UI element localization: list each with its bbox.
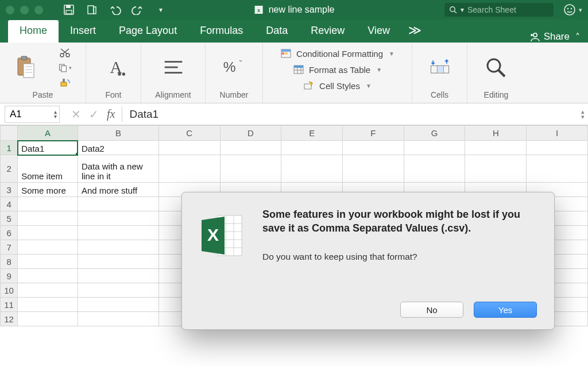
col-header-h[interactable]: H — [465, 126, 527, 141]
copy-icon[interactable]: ▾ — [58, 62, 72, 74]
row-header[interactable]: 11 — [1, 298, 18, 312]
dialog-yes-button[interactable]: Yes — [474, 302, 537, 318]
cell[interactable] — [220, 141, 281, 155]
cell[interactable] — [18, 255, 78, 269]
font-button[interactable]: A — [102, 56, 126, 80]
cell[interactable] — [18, 269, 78, 283]
cell[interactable] — [18, 240, 78, 255]
cell[interactable] — [281, 155, 343, 183]
cell[interactable] — [18, 298, 78, 312]
alignment-button[interactable] — [161, 56, 185, 80]
cut-icon[interactable] — [58, 47, 72, 59]
cell[interactable]: Data2 — [78, 141, 158, 155]
cell[interactable] — [18, 226, 78, 240]
col-header-g[interactable]: G — [404, 126, 465, 141]
row-header[interactable]: 10 — [1, 283, 18, 298]
row-header[interactable]: 9 — [1, 269, 18, 283]
tab-data[interactable]: Data — [254, 20, 299, 43]
cell[interactable] — [18, 312, 78, 326]
cell[interactable] — [78, 240, 158, 255]
format-as-table-button[interactable]: Format as Table▼ — [293, 64, 382, 75]
number-button[interactable]: %ˇ — [222, 56, 246, 80]
row-header[interactable]: 8 — [1, 255, 18, 269]
tab-insert[interactable]: Insert — [59, 20, 107, 43]
row-header[interactable]: 1 — [1, 141, 18, 155]
cell[interactable] — [281, 141, 343, 155]
editing-button[interactable] — [484, 56, 508, 80]
cell-styles-button[interactable]: Cell Styles▼ — [303, 80, 372, 91]
col-header-c[interactable]: C — [158, 126, 220, 141]
cell[interactable] — [343, 141, 404, 155]
cell[interactable]: Some more — [18, 183, 78, 197]
cell[interactable] — [78, 283, 158, 298]
row-header[interactable]: 12 — [1, 312, 18, 326]
row-header[interactable]: 3 — [1, 183, 18, 197]
row-header[interactable]: 5 — [1, 211, 18, 226]
undo-icon[interactable] — [107, 3, 122, 17]
col-header-a[interactable]: A — [18, 126, 78, 141]
col-header-d[interactable]: D — [220, 126, 281, 141]
cell[interactable] — [404, 141, 465, 155]
cell[interactable] — [343, 155, 404, 183]
cell[interactable]: And more stuff — [78, 183, 158, 197]
cell[interactable] — [18, 197, 78, 211]
tab-overflow-icon[interactable]: ≫ — [401, 18, 428, 43]
col-header-b[interactable]: B — [78, 126, 158, 141]
cell[interactable]: Data1 — [18, 141, 78, 155]
cell[interactable] — [78, 211, 158, 226]
name-box[interactable]: A1 ▴▾ — [5, 106, 60, 123]
window-traffic-lights[interactable] — [6, 6, 43, 14]
fx-label[interactable]: fx — [107, 107, 115, 121]
cell[interactable] — [78, 255, 158, 269]
cell[interactable] — [78, 269, 158, 283]
cell[interactable]: Some item — [18, 155, 78, 183]
share-button[interactable]: Share — [529, 31, 570, 43]
column-header-row[interactable]: A B C D E F G H I — [1, 126, 588, 141]
conditional-formatting-button[interactable]: Conditional Formatting▼ — [280, 48, 394, 59]
tab-formulas[interactable]: Formulas — [188, 20, 254, 43]
feedback-dropdown-icon[interactable]: ▾ — [579, 6, 582, 14]
cells-button[interactable] — [428, 56, 452, 80]
cell[interactable] — [527, 141, 588, 155]
tab-view[interactable]: View — [356, 20, 401, 43]
tab-page-layout[interactable]: Page Layout — [107, 20, 188, 43]
col-header-i[interactable]: I — [527, 126, 588, 141]
search-sheet-box[interactable]: ▾ Search Sheet — [444, 3, 554, 17]
cell[interactable] — [78, 312, 158, 326]
dialog-no-button[interactable]: No — [400, 302, 463, 318]
formula-expand-icon[interactable]: ▴▾ — [580, 109, 588, 120]
traffic-minimize[interactable] — [20, 6, 29, 14]
print-icon[interactable] — [84, 3, 99, 17]
cell[interactable] — [527, 155, 588, 183]
traffic-zoom[interactable] — [34, 6, 43, 14]
cell[interactable] — [78, 197, 158, 211]
row-header[interactable]: 2 — [1, 155, 18, 183]
feedback-smile-icon[interactable] — [563, 3, 577, 17]
cell[interactable] — [465, 141, 527, 155]
row-header[interactable]: 7 — [1, 240, 18, 255]
tab-review[interactable]: Review — [299, 20, 356, 43]
traffic-close[interactable] — [6, 6, 14, 14]
cell[interactable] — [158, 155, 220, 183]
cell[interactable] — [404, 155, 465, 183]
row-header[interactable]: 4 — [1, 197, 18, 211]
cell[interactable] — [465, 155, 527, 183]
redo-icon[interactable] — [130, 3, 145, 17]
collapse-ribbon-icon[interactable]: ˄ — [575, 32, 580, 43]
cell[interactable] — [78, 298, 158, 312]
cancel-formula-icon[interactable]: ✕ — [71, 107, 81, 121]
cell[interactable] — [220, 155, 281, 183]
accept-formula-icon[interactable]: ✓ — [89, 107, 99, 121]
cell[interactable]: Data with a new line in it — [78, 155, 158, 183]
row-header[interactable]: 6 — [1, 226, 18, 240]
cell[interactable] — [18, 211, 78, 226]
tab-home[interactable]: Home — [8, 20, 59, 43]
qat-dropdown-icon[interactable]: ▾ — [153, 3, 168, 17]
formula-input[interactable]: Data1 — [122, 108, 580, 121]
cell[interactable] — [78, 226, 158, 240]
name-box-stepper[interactable]: ▴▾ — [54, 110, 57, 119]
save-icon[interactable] — [61, 3, 76, 17]
col-header-e[interactable]: E — [281, 126, 343, 141]
select-all-corner[interactable] — [1, 126, 18, 141]
cell[interactable] — [18, 283, 78, 298]
